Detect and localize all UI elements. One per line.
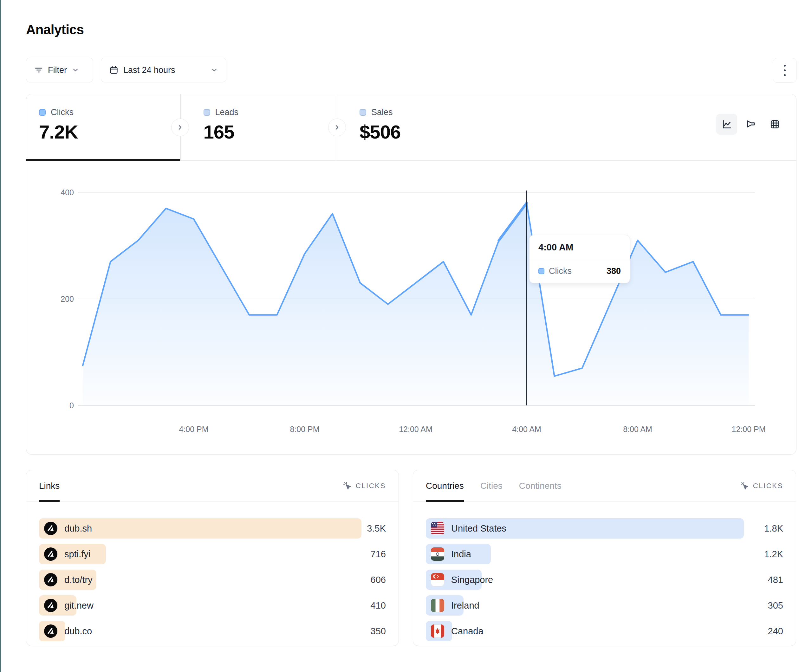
country-clicks-value: 1.2K (764, 549, 783, 559)
tooltip-time: 4:00 AM (529, 235, 630, 259)
link-row[interactable]: d.to/try 606 (39, 570, 386, 590)
dub-logo-icon (44, 573, 57, 587)
country-clicks-value: 1.8K (764, 524, 783, 534)
countries-list: United States 1.8K India 1.2K Singapore … (413, 502, 796, 641)
tooltip-series-chip (538, 268, 544, 274)
calendar-icon (109, 66, 118, 75)
country-clicks-value: 481 (768, 575, 783, 585)
funnel-chart-mode-button[interactable] (740, 114, 761, 135)
svg-text:8:00 PM: 8:00 PM (290, 425, 319, 434)
link-row[interactable]: spti.fyi 716 (39, 544, 386, 564)
leads-legend-chip (203, 109, 210, 116)
window-edge-strip (0, 0, 1, 672)
dub-logo-icon (44, 599, 57, 612)
country-flag-icon (431, 624, 444, 638)
filter-button-label: Filter (48, 65, 67, 75)
country-row[interactable]: United States 1.8K (426, 518, 783, 539)
country-flag-icon (431, 599, 444, 612)
cursor-click-icon (740, 481, 749, 491)
countries-panel: Countries Cities Continents CLICKS Unite… (413, 470, 796, 646)
stats-tabs-row: Clicks 7.2K Leads 165 Sales (26, 94, 796, 161)
dub-logo-icon (44, 522, 57, 535)
country-row[interactable]: India 1.2K (426, 544, 783, 564)
country-label: India (451, 549, 471, 559)
date-range-button[interactable]: Last 24 hours (101, 58, 226, 82)
link-row[interactable]: dub.co 350 (39, 621, 386, 641)
links-panel-header: Links CLICKS (26, 470, 399, 502)
clicks-time-series-chart[interactable]: 02004004:00 PM8:00 PM12:00 AM4:00 AM8:00… (26, 161, 796, 454)
more-options-button[interactable] (773, 58, 797, 83)
country-label: United States (451, 524, 507, 534)
clicks-tab-label: Clicks (51, 107, 73, 117)
links-panel: Links CLICKS dub.sh 3.5K spti.fyi 716 (26, 470, 399, 646)
page-title: Analytics (26, 22, 84, 38)
expand-leads-button[interactable] (328, 119, 346, 136)
link-label: git.new (64, 600, 94, 611)
svg-text:4:00 PM: 4:00 PM (179, 425, 208, 434)
link-clicks-value: 3.5K (367, 524, 386, 534)
dub-logo-icon (44, 624, 57, 638)
country-label: Ireland (451, 600, 479, 611)
filter-icon (34, 66, 43, 74)
links-metric-header[interactable]: CLICKS (343, 481, 386, 491)
country-clicks-value: 240 (768, 626, 783, 636)
chevron-down-icon (72, 67, 79, 73)
tab-continents[interactable]: Continents (519, 470, 561, 501)
link-clicks-value: 410 (371, 600, 386, 611)
country-clicks-value: 305 (768, 600, 783, 611)
tab-leads[interactable]: Leads 165 (181, 94, 337, 160)
link-row[interactable]: dub.sh 3.5K (39, 518, 386, 539)
tab-clicks[interactable]: Clicks 7.2K (26, 94, 180, 160)
country-row[interactable]: Canada 240 (426, 621, 783, 641)
svg-text:4:00 AM: 4:00 AM (512, 425, 541, 434)
country-row[interactable]: Ireland 305 (426, 595, 783, 616)
tab-countries[interactable]: Countries (426, 470, 464, 501)
kebab-icon (783, 64, 786, 77)
country-label: Singapore (451, 575, 493, 585)
link-label: spti.fyi (64, 549, 90, 559)
link-clicks-value: 350 (371, 626, 386, 636)
clicks-legend-chip (39, 109, 46, 116)
countries-panel-header: Countries Cities Continents CLICKS (413, 470, 796, 502)
svg-text:400: 400 (61, 188, 74, 197)
chart-tooltip: 4:00 AM Clicks 380 (529, 235, 630, 283)
line-chart-icon (721, 119, 732, 130)
svg-text:12:00 AM: 12:00 AM (399, 425, 432, 434)
svg-text:0: 0 (70, 401, 74, 410)
links-list: dub.sh 3.5K spti.fyi 716 d.to/try 606 (26, 502, 399, 641)
country-flag-icon (431, 573, 444, 587)
country-label: Canada (451, 626, 483, 636)
expand-clicks-button[interactable] (171, 119, 189, 136)
tab-cities[interactable]: Cities (480, 470, 503, 501)
area-chart-canvas: 02004004:00 PM8:00 PM12:00 AM4:00 AM8:00… (26, 161, 796, 454)
svg-text:8:00 AM: 8:00 AM (623, 425, 652, 434)
link-clicks-value: 716 (371, 549, 386, 559)
svg-text:200: 200 (61, 295, 74, 304)
cursor-click-icon (343, 481, 352, 491)
line-chart-mode-button[interactable] (716, 114, 737, 135)
countries-metric-label: CLICKS (753, 482, 783, 490)
table-mode-button[interactable] (764, 114, 785, 135)
link-label: d.to/try (64, 575, 92, 585)
leads-tab-label: Leads (215, 107, 239, 117)
clicks-tab-value: 7.2K (39, 121, 180, 143)
links-metric-label: CLICKS (356, 482, 386, 490)
filter-button[interactable]: Filter (26, 58, 93, 82)
sales-tab-label: Sales (371, 107, 393, 117)
tooltip-series-label: Clicks (549, 266, 602, 276)
leads-tab-value: 165 (203, 121, 337, 143)
link-clicks-value: 606 (371, 575, 386, 585)
country-flag-icon (431, 547, 444, 561)
tab-links[interactable]: Links (39, 470, 60, 501)
table-grid-icon (769, 119, 780, 130)
date-range-label: Last 24 hours (123, 65, 175, 75)
sales-legend-chip (360, 109, 366, 116)
analytics-chart-card: Clicks 7.2K Leads 165 Sales (26, 94, 797, 455)
link-label: dub.sh (64, 524, 92, 534)
chevron-down-icon (211, 67, 218, 73)
countries-metric-header[interactable]: CLICKS (740, 481, 783, 491)
funnel-chart-icon (745, 119, 756, 130)
tab-sales[interactable]: Sales $506 (337, 94, 493, 160)
link-row[interactable]: git.new 410 (39, 595, 386, 616)
country-row[interactable]: Singapore 481 (426, 570, 783, 590)
